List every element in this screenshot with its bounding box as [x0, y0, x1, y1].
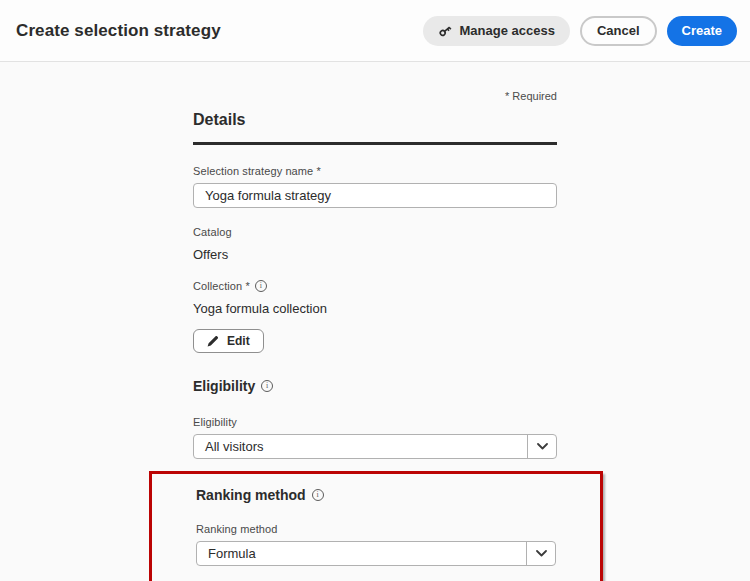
- create-label: Create: [682, 23, 722, 38]
- edit-collection-label: Edit: [227, 334, 250, 348]
- cancel-label: Cancel: [597, 23, 640, 38]
- ranking-method-select[interactable]: Formula: [196, 541, 556, 566]
- ranking-heading-text: Ranking method: [196, 487, 306, 503]
- header-bar: Create selection strategy Manage access …: [0, 0, 750, 62]
- eligibility-select-value: All visitors: [194, 435, 527, 458]
- manage-access-button[interactable]: Manage access: [423, 16, 569, 46]
- collection-field-label: Collection * i: [193, 280, 557, 292]
- name-field-label: Selection strategy name *: [193, 165, 557, 177]
- eligibility-field-label: Eligibility: [193, 416, 557, 428]
- pencil-icon: [207, 335, 219, 347]
- catalog-field-group: Catalog Offers: [193, 226, 557, 262]
- info-icon[interactable]: i: [261, 380, 273, 392]
- eligibility-heading: Eligibility i: [193, 378, 557, 394]
- ranking-field-label: Ranking method: [196, 523, 556, 535]
- create-button[interactable]: Create: [667, 16, 737, 46]
- name-field-group: Selection strategy name *: [193, 165, 557, 208]
- chevron-down-icon[interactable]: [526, 542, 555, 565]
- header-actions: Manage access Cancel Create: [423, 16, 737, 46]
- selection-strategy-name-input[interactable]: [193, 183, 557, 208]
- chevron-down-icon[interactable]: [527, 435, 556, 458]
- details-heading: Details: [193, 111, 557, 145]
- eligibility-heading-text: Eligibility: [193, 378, 255, 394]
- collection-field-group: Collection * i Yoga formula collection E…: [193, 280, 557, 353]
- collection-value: Yoga formula collection: [193, 301, 557, 316]
- eligibility-field-group: Eligibility All visitors: [193, 416, 557, 459]
- page-title: Create selection strategy: [16, 21, 221, 41]
- manage-access-label: Manage access: [459, 23, 554, 38]
- info-icon[interactable]: i: [312, 489, 324, 501]
- collection-label-text: Collection *: [193, 280, 250, 292]
- form-content: * Required Details Selection strategy na…: [193, 90, 557, 581]
- ranking-select-value: Formula: [197, 542, 526, 565]
- edit-collection-button[interactable]: Edit: [193, 329, 264, 353]
- key-icon: [438, 24, 452, 38]
- catalog-value: Offers: [193, 247, 557, 262]
- eligibility-select[interactable]: All visitors: [193, 434, 557, 459]
- ranking-heading: Ranking method i: [196, 487, 556, 503]
- ranking-method-highlight-box: Ranking method i Ranking method Formula …: [149, 471, 603, 581]
- cancel-button[interactable]: Cancel: [580, 16, 657, 46]
- ranking-field-group: Ranking method Formula: [196, 523, 556, 566]
- required-note: * Required: [193, 90, 557, 102]
- catalog-field-label: Catalog: [193, 226, 557, 238]
- info-icon[interactable]: i: [255, 280, 267, 292]
